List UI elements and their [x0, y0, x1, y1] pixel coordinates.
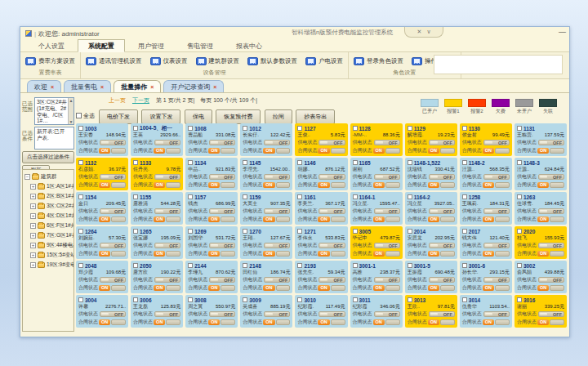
supply-status-toggle[interactable]: OFF	[154, 277, 180, 283]
supply-status-toggle[interactable]: OFF	[318, 277, 345, 283]
meter-checkbox[interactable]	[462, 194, 467, 199]
supply-status-toggle[interactable]: OFF	[374, 311, 400, 317]
switch-status-toggle[interactable]	[440, 319, 455, 325]
meter-card[interactable]: 1164-2 冯立星 3927.05.. 供电状态 OFF	[405, 192, 457, 225]
switch-status-toggle[interactable]	[495, 285, 510, 291]
meter-card[interactable]: 1145 李理先. 1542.00.. 供电状态 OFF	[240, 158, 292, 190]
meter-checkbox[interactable]	[188, 160, 193, 165]
ribbon-button[interactable]: 登录角色设置	[352, 56, 405, 67]
meter-card[interactable]: 1155 唐雅清 544.28元 供电状态 OFF	[131, 192, 183, 225]
switch-status-toggle[interactable]	[385, 251, 400, 257]
supply-status-toggle[interactable]: OFF	[264, 277, 290, 283]
switch-status-toggle[interactable]	[276, 251, 291, 257]
tree-item[interactable]: + 9区:4#楼电井(4#	[24, 240, 74, 250]
meter-checkbox[interactable]	[462, 160, 467, 165]
supply-status-toggle[interactable]: OFF	[318, 140, 345, 145]
supply-status-toggle[interactable]: OFF	[483, 208, 510, 214]
supply-status-toggle[interactable]: OFF	[374, 208, 400, 214]
batch-action-button[interactable]: 抄表导出	[296, 109, 335, 124]
expand-icon[interactable]: +	[30, 262, 36, 268]
meter-card[interactable]: 1263 佳球雪. 184.45元 供电状态 OFF	[514, 192, 567, 225]
meter-checkbox[interactable]	[243, 126, 247, 131]
switch-status-toggle[interactable]	[331, 182, 345, 188]
switch-status-toggle[interactable]	[166, 216, 180, 222]
document-tab[interactable]: 欢迎 ×	[27, 80, 61, 92]
supply-status-toggle[interactable]: OFF	[538, 174, 564, 180]
selected-range-listbox[interactable]: 3区:C区2#井 (1#充电、2#空电、/C区1#… ▲ ▼	[34, 97, 74, 125]
meter-card[interactable]: 3001-1 高雅 238.37元 供电状态 OFF	[350, 261, 403, 293]
meter-checkbox[interactable]	[408, 263, 412, 268]
meter-card[interactable]: 3013 王欣.. 97.81元 供电状态 OFF	[405, 295, 457, 328]
switch-status-toggle[interactable]	[276, 182, 291, 188]
switch-status-toggle[interactable]	[550, 216, 564, 222]
expand-icon[interactable]: +	[30, 194, 36, 199]
switch-status-toggle[interactable]	[276, 285, 291, 291]
switch-status-toggle[interactable]	[276, 319, 291, 325]
expand-icon[interactable]: +	[30, 252, 36, 258]
meter-card[interactable]: 3016 谢丽 339.25元 供电状态 OFF	[514, 295, 567, 328]
switch-status-toggle[interactable]	[220, 182, 235, 188]
meter-checkbox[interactable]	[78, 229, 83, 234]
menu-tab[interactable]: 系统配置	[78, 39, 125, 52]
supply-status-toggle[interactable]: OFF	[154, 174, 180, 180]
tree-root[interactable]: − 建筑群	[24, 172, 74, 181]
supply-status-toggle[interactable]: OFF	[209, 208, 235, 214]
menu-tab[interactable]: 售电管理	[177, 40, 223, 51]
batch-action-button[interactable]: 设置下发	[141, 109, 180, 124]
meter-checkbox[interactable]	[133, 194, 138, 199]
switch-status-toggle[interactable]	[495, 319, 510, 325]
meter-checkbox[interactable]	[408, 160, 412, 165]
meter-card[interactable]: 1157 钱杰 686.99元 供电状态 OFF	[185, 192, 238, 225]
ribbon-button[interactable]: 户电设置	[304, 56, 345, 67]
meter-card[interactable]: 3002 俞风娟 439.88元 供电状态 OFF	[514, 261, 567, 293]
ribbon-button[interactable]: 建筑群设置	[194, 56, 242, 67]
next-page-link[interactable]: 下一页	[132, 97, 149, 103]
meter-checkbox[interactable]	[462, 229, 467, 234]
supply-status-toggle[interactable]: OFF	[374, 243, 400, 248]
meter-checkbox[interactable]	[133, 263, 138, 268]
supply-status-toggle[interactable]: OFF	[483, 243, 510, 248]
switch-status-toggle[interactable]	[111, 251, 126, 257]
tree-item[interactable]: + 3区:C区2#井(1#充	[24, 201, 74, 211]
supply-status-toggle[interactable]: OFF	[374, 140, 400, 145]
supply-status-toggle[interactable]: OFF	[154, 208, 180, 214]
meter-card[interactable]: 1264 刘婉茹. 57.30元 供电状态 OFF	[76, 226, 128, 259]
meter-card[interactable]: 3010 纪彩霞. 117.49元 供电状态 OFF	[295, 295, 347, 328]
tree-item[interactable]: + 4区:D区1#井(D区1	[24, 211, 74, 221]
expand-icon[interactable]: +	[30, 203, 36, 209]
expand-icon[interactable]: +	[30, 243, 36, 248]
meter-checkbox[interactable]	[133, 229, 138, 234]
meter-card[interactable]: 3001-6 孙长华. 293.15元 供电状态 OFF	[460, 261, 512, 293]
supply-status-toggle[interactable]: OFF	[318, 174, 345, 180]
supply-status-toggle[interactable]: OFF	[538, 277, 564, 283]
meter-card[interactable]: 1154 金日 209.45元 供电状态 OFF	[76, 192, 128, 225]
meter-card[interactable]: 1132 石彦娟. 36.37元 供电状态 OFF	[76, 158, 128, 190]
meter-checkbox[interactable]	[78, 160, 83, 165]
meter-card[interactable]: 3008 周之翼 550.97元 供电状态 OFF	[185, 295, 238, 328]
selected-filter-box[interactable]: 新开表:已开户表.	[34, 127, 74, 150]
meter-checkbox[interactable]	[517, 297, 522, 302]
switch-status-toggle[interactable]	[111, 285, 126, 291]
minimize-button[interactable]: —	[559, 28, 566, 36]
scroll-down-icon[interactable]: ▼	[69, 119, 74, 124]
meter-checkbox[interactable]	[353, 229, 358, 234]
switch-status-toggle[interactable]	[166, 319, 180, 325]
meter-checkbox[interactable]	[297, 263, 302, 268]
switch-status-toggle[interactable]	[550, 319, 564, 325]
notch-close-icon[interactable]: ✕	[417, 29, 422, 35]
tree-item[interactable]: + 7区:G区1#井	[24, 230, 74, 240]
meter-card[interactable]: 1146 胡娜.. 876.12元 供电状态 OFF	[295, 158, 347, 190]
ribbon-collapse-notch[interactable]: ✕ ∨	[404, 27, 443, 38]
meter-card[interactable]: 2050 唐方欣 190.22元 供电状态 OFF	[131, 261, 183, 293]
meter-checkbox[interactable]	[243, 194, 247, 199]
switch-status-toggle[interactable]	[385, 319, 400, 325]
meter-checkbox[interactable]	[353, 194, 358, 199]
switch-status-toggle[interactable]	[440, 216, 455, 222]
switch-status-toggle[interactable]	[276, 148, 291, 154]
supply-status-toggle[interactable]: OFF	[100, 208, 126, 214]
switch-status-toggle[interactable]	[111, 216, 126, 222]
supply-status-toggle[interactable]: OFF	[100, 174, 126, 180]
supply-status-toggle[interactable]: OFF	[209, 140, 235, 145]
switch-status-toggle[interactable]	[331, 251, 345, 257]
switch-status-toggle[interactable]	[111, 182, 126, 188]
